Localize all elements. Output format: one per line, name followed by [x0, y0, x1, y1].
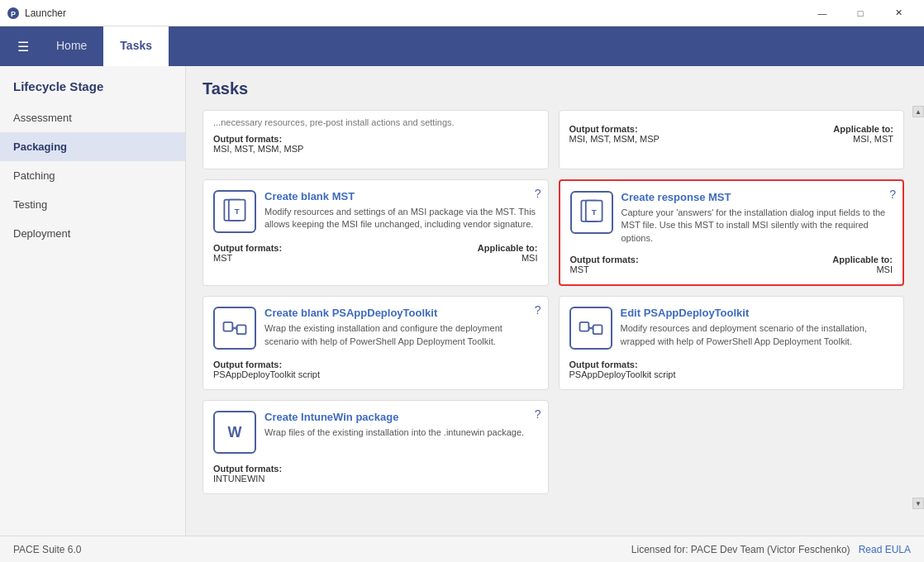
- task-output-intunewin: Output formats: INTUNEWIN: [213, 464, 282, 483]
- svg-rect-12: [579, 322, 588, 331]
- status-bar: PACE Suite 6.0 Licensed for: PACE Dev Te…: [0, 536, 924, 562]
- app-version: PACE Suite 6.0: [13, 544, 82, 555]
- sidebar-item-testing[interactable]: Testing: [0, 190, 185, 219]
- task-info-create-psapp: Create blank PSAppDeployToolkit Wrap the…: [264, 307, 538, 348]
- task-output-partial-right: Output formats: MSI, MST, MSM, MSP: [569, 124, 660, 144]
- tasks-scroll[interactable]: ...necessary resources, pre-post install…: [202, 110, 907, 520]
- task-icon-edit-psapp: [569, 307, 612, 350]
- tab-home[interactable]: Home: [40, 26, 103, 66]
- task-card-partial-right[interactable]: Output formats: MSI, MST, MSM, MSP Appli…: [559, 110, 905, 169]
- close-button[interactable]: ✕: [879, 0, 917, 26]
- help-icon-intunewin[interactable]: ?: [535, 407, 541, 421]
- title-bar: P Launcher — □ ✕: [0, 0, 924, 26]
- sidebar-item-assessment[interactable]: Assessment: [0, 103, 185, 132]
- nav-bar: ☰ Home Tasks: [0, 26, 924, 66]
- svg-text:T: T: [591, 207, 596, 217]
- task-info-blank-mst: Create blank MST Modify resources and se…: [264, 190, 538, 231]
- task-footer-partial-right: Output formats: MSI, MST, MSM, MSP Appli…: [569, 124, 894, 144]
- tab-tasks[interactable]: Tasks: [103, 26, 169, 66]
- svg-rect-13: [593, 326, 602, 335]
- task-card-top-intunewin: W Create IntuneWin package Wrap files of…: [213, 411, 538, 454]
- task-card-top-edit-psapp: Edit PSAppDeployToolkit Modify resources…: [569, 307, 894, 350]
- task-name-response-mst: Create response MST: [622, 191, 893, 203]
- task-footer-response-mst: Output formats: MST Applicable to: MSI: [570, 255, 893, 274]
- task-card-intunewin[interactable]: ? W Create IntuneWin package Wrap files …: [202, 400, 549, 494]
- task-name-create-psapp: Create blank PSAppDeployToolkit: [264, 307, 538, 319]
- task-info-edit-psapp: Edit PSAppDeployToolkit Modify resources…: [621, 307, 894, 348]
- sidebar-item-deployment[interactable]: Deployment: [0, 219, 185, 248]
- maximize-button[interactable]: □: [841, 0, 879, 26]
- license-text: Licensed for: PACE Dev Team (Victor Fesc…: [631, 544, 850, 555]
- read-eula-link[interactable]: Read EULA: [859, 544, 911, 555]
- task-desc-blank-mst: Modify resources and settings of an MSI …: [264, 206, 538, 231]
- status-license-area: Licensed for: PACE Dev Team (Victor Fesc…: [631, 544, 911, 555]
- task-footer-edit-psapp: Output formats: PSAppDeployToolkit scrip…: [569, 360, 894, 379]
- task-output-blank-mst: Output formats: MST: [213, 243, 282, 263]
- app-icon: P: [7, 7, 20, 20]
- sidebar-title: Lifecycle Stage: [0, 79, 185, 103]
- task-icon-blank-mst: T: [213, 190, 256, 233]
- task-desc-intunewin: Wrap files of the existing installation …: [264, 426, 538, 439]
- task-card-create-response-mst[interactable]: ? T Create response MST Capture your 'an…: [559, 179, 905, 286]
- scroll-down-button[interactable]: ▼: [912, 498, 924, 509]
- task-footer-partial-left: Output formats: MSI, MST, MSM, MSP: [213, 134, 538, 154]
- task-desc-response-mst: Capture your 'answers' for the installat…: [622, 207, 893, 245]
- task-applicable-response-mst: Applicable to: MSI: [832, 255, 893, 274]
- task-desc-create-psapp: Wrap the existing installation and confi…: [264, 322, 538, 348]
- task-name-intunewin: Create IntuneWin package: [264, 411, 538, 423]
- app-title: Launcher: [25, 7, 803, 19]
- content-area: Tasks ...necessary resources, pre-post i…: [186, 66, 924, 536]
- task-card-top-response-mst: T Create response MST Capture your 'answ…: [570, 191, 893, 245]
- scroll-up-button[interactable]: ▲: [912, 106, 924, 117]
- task-applicable-partial-right: Applicable to: MSI, MST: [833, 124, 893, 144]
- svg-rect-8: [224, 322, 233, 331]
- task-output-partial-left: Output formats: MSI, MST, MSM, MSP: [213, 134, 303, 154]
- help-icon-create-psapp[interactable]: ?: [535, 303, 541, 317]
- svg-text:T: T: [235, 207, 240, 216]
- tasks-grid: ...necessary resources, pre-post install…: [202, 110, 904, 494]
- svg-text:P: P: [11, 10, 16, 18]
- task-card-create-blank-mst[interactable]: ? T Create blank MST Modify resources an…: [202, 179, 549, 286]
- window-controls: — □ ✕: [803, 0, 917, 26]
- task-icon-create-psapp: [213, 307, 256, 350]
- task-applicable-blank-mst: Applicable to: MSI: [478, 243, 538, 263]
- task-icon-response-mst: T: [570, 191, 613, 234]
- task-info-intunewin: Create IntuneWin package Wrap files of t…: [264, 411, 538, 439]
- task-footer-create-psapp: Output formats: PSAppDeployToolkit scrip…: [213, 360, 538, 379]
- task-card-top-create-psapp: Create blank PSAppDeployToolkit Wrap the…: [213, 307, 538, 350]
- task-card-top-blank-mst: T Create blank MST Modify resources and …: [213, 190, 538, 233]
- help-icon-create-blank-mst[interactable]: ?: [535, 187, 541, 200]
- hamburger-menu[interactable]: ☰: [7, 26, 40, 66]
- task-name-edit-psapp: Edit PSAppDeployToolkit: [621, 307, 894, 319]
- task-footer-blank-mst: Output formats: MST Applicable to: MSI: [213, 243, 538, 263]
- task-output-create-psapp: Output formats: PSAppDeployToolkit scrip…: [213, 360, 320, 379]
- task-footer-intunewin: Output formats: INTUNEWIN: [213, 464, 538, 483]
- task-card-partial-left[interactable]: ...necessary resources, pre-post install…: [202, 110, 549, 169]
- page-title: Tasks: [202, 79, 907, 98]
- task-desc-edit-psapp: Modify resources and deployment scenario…: [621, 322, 894, 348]
- main-layout: Lifecycle Stage Assessment Packaging Pat…: [0, 66, 924, 536]
- task-output-response-mst: Output formats: MST: [570, 255, 639, 274]
- help-icon-response-mst[interactable]: ?: [889, 188, 896, 201]
- task-name-blank-mst: Create blank MST: [264, 190, 538, 202]
- task-icon-intunewin: W: [213, 411, 256, 454]
- task-info-response-mst: Create response MST Capture your 'answer…: [622, 191, 893, 245]
- task-card-edit-psapp[interactable]: Edit PSAppDeployToolkit Modify resources…: [559, 296, 905, 390]
- minimize-button[interactable]: —: [803, 0, 841, 26]
- task-output-edit-psapp: Output formats: PSAppDeployToolkit scrip…: [569, 360, 676, 379]
- sidebar-item-packaging[interactable]: Packaging: [0, 132, 185, 161]
- sidebar: Lifecycle Stage Assessment Packaging Pat…: [0, 66, 186, 536]
- svg-rect-9: [237, 326, 246, 335]
- task-card-create-psapp[interactable]: ? Create blank PSAppDeployToolkit: [202, 296, 549, 390]
- sidebar-item-patching[interactable]: Patching: [0, 161, 185, 190]
